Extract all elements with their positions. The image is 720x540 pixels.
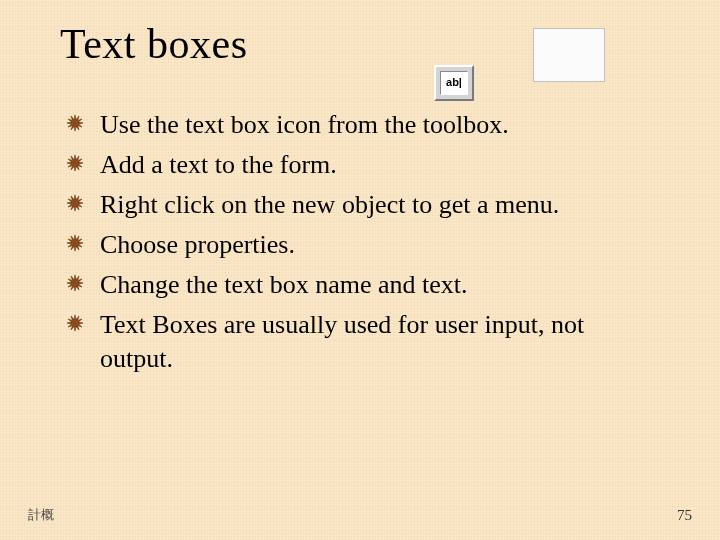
list-item-text: Add a text to the form. — [100, 148, 660, 182]
textbox-toolbox-icon: ab| — [434, 65, 474, 101]
svg-marker-1 — [67, 155, 83, 171]
list-item: Change the text box name and text. — [60, 268, 660, 302]
list-item-text: Choose properties. — [100, 228, 660, 262]
list-item-text: Use the text box icon from the toolbox. — [100, 108, 660, 142]
list-item: Right click on the new object to get a m… — [60, 188, 660, 222]
svg-marker-4 — [67, 275, 83, 291]
list-item: Text Boxes are usually used for user inp… — [60, 308, 660, 376]
svg-marker-0 — [67, 115, 83, 131]
toolbox-screenshot-frame: ab| — [533, 28, 605, 82]
svg-marker-3 — [67, 235, 83, 251]
list-item-text: Change the text box name and text. — [100, 268, 660, 302]
starburst-icon — [60, 148, 100, 178]
list-item: Use the text box icon from the toolbox. — [60, 108, 660, 142]
page-number: 75 — [677, 507, 692, 524]
textbox-icon-glyph: ab| — [446, 76, 462, 88]
footer-label: 計概 — [28, 506, 54, 524]
slide-title: Text boxes — [60, 20, 248, 68]
starburst-icon — [60, 308, 100, 338]
bullet-list: Use the text box icon from the toolbox.A… — [60, 108, 660, 382]
starburst-icon — [60, 108, 100, 138]
starburst-icon — [60, 188, 100, 218]
list-item: Add a text to the form. — [60, 148, 660, 182]
starburst-icon — [60, 228, 100, 258]
list-item: Choose properties. — [60, 228, 660, 262]
list-item-text: Text Boxes are usually used for user inp… — [100, 308, 660, 376]
svg-marker-2 — [67, 195, 83, 211]
svg-marker-5 — [67, 315, 83, 331]
starburst-icon — [60, 268, 100, 298]
list-item-text: Right click on the new object to get a m… — [100, 188, 660, 222]
